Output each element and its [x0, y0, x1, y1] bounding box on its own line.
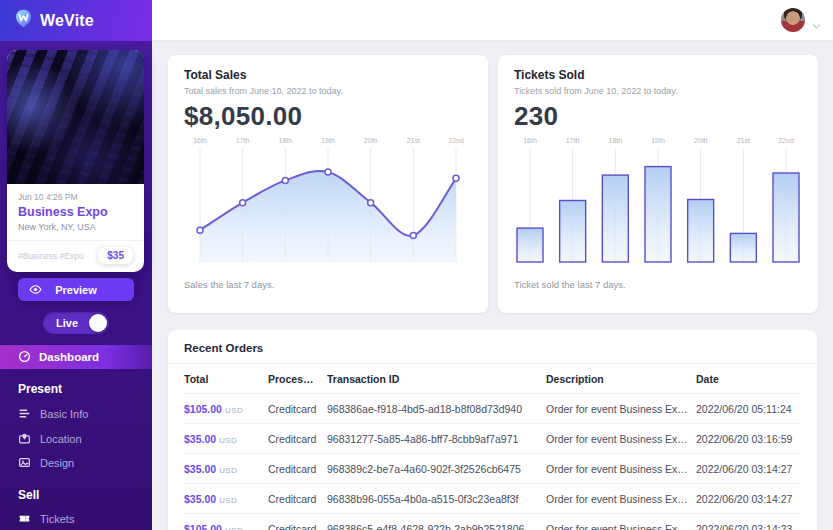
- app-root: WeVite Jun 10 4:26 PM Business Expo New …: [0, 0, 833, 530]
- svg-text:17th: 17th: [236, 137, 250, 144]
- sidebar-item-label: Tickets: [40, 513, 74, 525]
- order-transaction-id: 968386c5-e4f8-4628-922b-2ab9b2521806: [327, 523, 546, 530]
- sidebar-item-design[interactable]: Design: [18, 455, 74, 471]
- column-header: Transaction ID: [327, 373, 546, 385]
- sidebar-item-label: Design: [40, 457, 74, 469]
- sidebar-item-location[interactable]: Location: [18, 431, 82, 447]
- card-footer: Sales the last 7 days.: [184, 279, 472, 290]
- card-title: Total Sales: [184, 68, 472, 82]
- svg-text:22nd: 22nd: [448, 137, 464, 144]
- tickets-sold-value: 230: [514, 101, 802, 132]
- sidebar-section-present: Present: [18, 382, 62, 396]
- sidebar-item-dashboard[interactable]: Dashboard: [0, 345, 152, 369]
- sidebar-section-sell: Sell: [18, 488, 39, 502]
- order-date: 2022/06/20 03:16:59: [696, 433, 801, 445]
- image-icon: [18, 456, 31, 471]
- table-row: $35.00USDCreditcard968389c2-be7a-4a60-90…: [184, 454, 801, 484]
- column-header: Date: [696, 373, 801, 385]
- sidebar-item-tickets[interactable]: Tickets: [18, 511, 74, 527]
- order-total: $35.00USD: [184, 463, 268, 475]
- preview-button-label: Preview: [55, 284, 97, 296]
- order-transaction-id: 96838b96-055a-4b0a-a515-0f3c23ea8f3f: [327, 493, 546, 505]
- event-tags: #Business #Expo: [18, 251, 84, 261]
- order-date: 2022/06/20 05:11:24: [696, 403, 801, 415]
- order-date: 2022/06/20 03:14:23: [696, 523, 801, 530]
- order-date: 2022/06/20 03:14:27: [696, 463, 801, 475]
- order-total: $35.00USD: [184, 493, 268, 505]
- order-description: Order for event Business Expo: [546, 433, 696, 445]
- live-toggle-knob[interactable]: [89, 314, 107, 332]
- order-description: Order for event Business Expo: [546, 493, 696, 505]
- total-sales-value: $8,050.00: [184, 101, 472, 132]
- chevron-down-icon[interactable]: [812, 16, 821, 34]
- svg-text:16th: 16th: [193, 137, 207, 144]
- column-header: Total: [184, 373, 268, 385]
- order-transaction-id: 96831277-5a85-4a86-bff7-8cbb9af7a971: [327, 433, 546, 445]
- live-toggle[interactable]: Live: [43, 312, 109, 334]
- card-subtitle: Total sales from June 10, 2022 to today.: [184, 86, 472, 96]
- top-bar: [152, 0, 833, 41]
- svg-text:17th: 17th: [566, 137, 580, 144]
- svg-text:19th: 19th: [651, 137, 665, 144]
- table-row: $105.00USDCreditcard968386c5-e4f8-4628-9…: [184, 514, 801, 530]
- logo-text: WeVite: [40, 12, 94, 30]
- tickets-bar-chart: 16th17th18th19th20th21st22nd: [514, 134, 802, 276]
- sidebar-item-label: Location: [40, 433, 82, 445]
- order-description: Order for event Business Expo: [546, 523, 696, 530]
- event-title: Business Expo: [18, 205, 133, 219]
- svg-text:21st: 21st: [407, 137, 420, 144]
- event-price-badge: $35: [98, 247, 133, 264]
- dashboard-icon: [18, 350, 31, 365]
- total-sales-card: Total Sales Total sales from June 10, 20…: [168, 55, 488, 313]
- order-date: 2022/06/20 03:14:27: [696, 493, 801, 505]
- order-transaction-id: 968386ae-f918-4bd5-ad18-b8f08d73d940: [327, 403, 546, 415]
- tickets-sold-card: Tickets Sold Tickets sold from June 10, …: [498, 55, 818, 313]
- sidebar-item-basic-info[interactable]: Basic Info: [18, 406, 88, 422]
- list-lines-icon: [18, 407, 31, 422]
- card-subtitle: Tickets sold from June 10, 2022 to today…: [514, 86, 802, 96]
- sidebar-item-label: Dashboard: [39, 351, 99, 363]
- event-datetime: Jun 10 4:26 PM: [18, 192, 133, 202]
- orders-table-body: $105.00USDCreditcard968386ae-f918-4bd5-a…: [184, 394, 801, 530]
- sidebar-item-label: Basic Info: [40, 408, 88, 420]
- svg-text:16th: 16th: [523, 137, 537, 144]
- order-transaction-id: 968389c2-be7a-4a60-902f-3f2526cb6475: [327, 463, 546, 475]
- map-pin-icon: [18, 432, 31, 447]
- logo[interactable]: WeVite: [0, 0, 152, 41]
- order-description: Order for event Business Expo: [546, 403, 696, 415]
- event-location: New York, NY, USA: [18, 222, 133, 232]
- recent-orders-card: Recent Orders TotalProcessorTransaction …: [168, 330, 817, 530]
- preview-button[interactable]: Preview: [18, 278, 134, 301]
- table-row: $35.00USDCreditcard96831277-5a85-4a86-bf…: [184, 424, 801, 454]
- order-processor: Creditcard: [268, 493, 327, 505]
- svg-text:21st: 21st: [737, 137, 750, 144]
- event-info: Jun 10 4:26 PM Business Expo New York, N…: [7, 184, 144, 232]
- event-card-footer: #Business #Expo $35: [7, 240, 144, 272]
- order-processor: Creditcard: [268, 523, 327, 530]
- order-total: $105.00USD: [184, 403, 268, 415]
- svg-text:20th: 20th: [364, 137, 378, 144]
- orders-table: TotalProcessorTransaction IDDescriptionD…: [184, 364, 801, 530]
- wevite-logo-icon: [14, 9, 33, 32]
- svg-text:20th: 20th: [694, 137, 708, 144]
- table-row: $105.00USDCreditcard968386ae-f918-4bd5-a…: [184, 394, 801, 424]
- sales-line-chart: 16th17th18th19th20th21st22nd: [184, 134, 472, 276]
- order-processor: Creditcard: [268, 463, 327, 475]
- table-row: $35.00USDCreditcard96838b96-055a-4b0a-a5…: [184, 484, 801, 514]
- event-card[interactable]: Jun 10 4:26 PM Business Expo New York, N…: [7, 50, 144, 272]
- order-total: $35.00USD: [184, 433, 268, 445]
- live-toggle-label: Live: [56, 317, 78, 329]
- ticket-icon: [18, 512, 31, 527]
- order-processor: Creditcard: [268, 403, 327, 415]
- order-processor: Creditcard: [268, 433, 327, 445]
- card-title: Tickets Sold: [514, 68, 802, 82]
- orders-table-header: TotalProcessorTransaction IDDescriptionD…: [184, 364, 801, 394]
- order-total: $105.00USD: [184, 523, 268, 530]
- column-header: Processor: [268, 373, 327, 385]
- user-avatar[interactable]: [781, 8, 805, 32]
- column-header: Description: [546, 373, 696, 385]
- order-description: Order for event Business Expo: [546, 463, 696, 475]
- orders-title: Recent Orders: [168, 342, 817, 364]
- eye-icon: [29, 283, 42, 298]
- svg-text:18th: 18th: [279, 137, 293, 144]
